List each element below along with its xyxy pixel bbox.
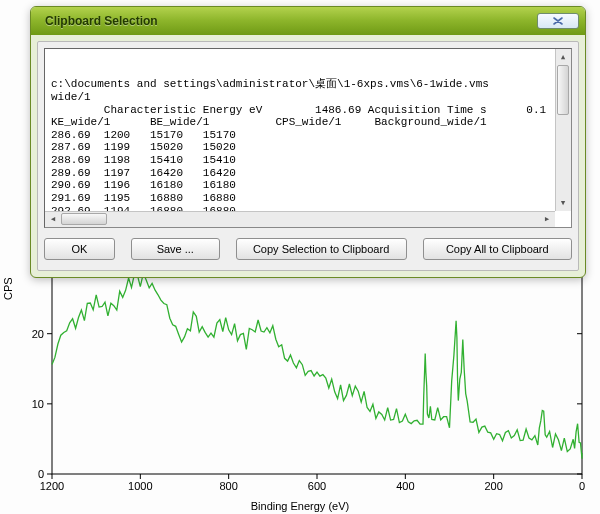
svg-text:1000: 1000 <box>128 480 152 492</box>
svg-text:200: 200 <box>484 480 502 492</box>
x-axis-label: Binding Energy (eV) <box>0 500 600 512</box>
dialog-button-row: OK Save ... Copy Selection to Clipboard … <box>44 238 572 264</box>
dialog-titlebar[interactable]: Clipboard Selection <box>31 7 585 35</box>
svg-text:1200: 1200 <box>40 480 64 492</box>
dialog-body: c:\documents and settings\administrator\… <box>37 41 579 271</box>
clipboard-selection-dialog: Clipboard Selection c:\documents and set… <box>30 6 586 278</box>
svg-text:600: 600 <box>308 480 326 492</box>
svg-text:10: 10 <box>32 398 44 410</box>
vertical-scrollbar-thumb[interactable] <box>557 65 569 115</box>
close-icon <box>551 16 565 26</box>
vertical-scrollbar-track[interactable] <box>556 65 571 195</box>
close-button[interactable] <box>537 13 579 29</box>
scroll-left-arrow-icon[interactable]: ◂ <box>45 213 61 227</box>
copy-all-button[interactable]: Copy All to Clipboard <box>423 238 572 260</box>
svg-text:0: 0 <box>38 468 44 480</box>
svg-text:20: 20 <box>32 328 44 340</box>
scroll-right-arrow-icon[interactable]: ▸ <box>539 213 555 227</box>
horizontal-scrollbar-thumb[interactable] <box>61 213 107 225</box>
horizontal-scrollbar[interactable]: ◂ ▸ <box>45 211 555 227</box>
dialog-title: Clipboard Selection <box>45 14 537 28</box>
svg-text:400: 400 <box>396 480 414 492</box>
ok-button[interactable]: OK <box>44 238 115 260</box>
copy-selection-button[interactable]: Copy Selection to Clipboard <box>236 238 407 260</box>
svg-text:0: 0 <box>579 480 585 492</box>
clipboard-text-content: c:\documents and settings\administrator\… <box>51 78 555 228</box>
vertical-scrollbar[interactable]: ▴ ▾ <box>555 49 571 211</box>
y-axis-label: CPS <box>2 277 14 300</box>
horizontal-scrollbar-track[interactable] <box>61 212 539 227</box>
scroll-up-arrow-icon[interactable]: ▴ <box>556 49 570 65</box>
scroll-down-arrow-icon[interactable]: ▾ <box>556 195 570 211</box>
save-button[interactable]: Save ... <box>131 238 220 260</box>
clipboard-text-area[interactable]: c:\documents and settings\administrator\… <box>44 48 572 228</box>
svg-text:800: 800 <box>219 480 237 492</box>
